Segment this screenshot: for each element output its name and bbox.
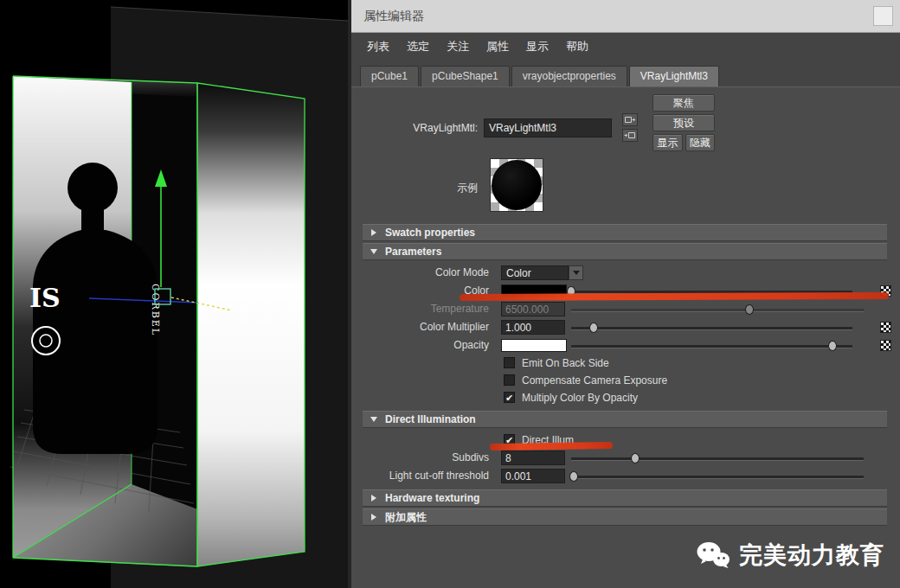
slider-handle[interactable]: [569, 471, 578, 482]
menu-item-selected[interactable]: 选定: [398, 35, 438, 58]
panel-title: 属性编辑器: [363, 9, 873, 24]
material-sample-swatch[interactable]: [490, 158, 543, 212]
watermark: 完美动力教育: [696, 540, 884, 571]
sample-row: 示例: [351, 158, 900, 214]
compensate-camera-exposure-label: Compensate Camera Exposure: [522, 374, 667, 387]
slider-handle[interactable]: [589, 323, 598, 333]
color-mode-row: Color Mode Color: [363, 264, 887, 282]
light-cutoff-label: Light cut-off threshold: [363, 470, 495, 482]
watermark-text: 完美动力教育: [739, 540, 884, 571]
subdivs-label: Subdivs: [363, 451, 495, 463]
menu-item-help[interactable]: 帮助: [557, 35, 597, 58]
sections: Swatch properties Parameters Color Mode …: [363, 224, 887, 526]
bottle-label-text: IS: [29, 283, 61, 313]
emit-on-back-side-row: Emit On Back Side: [363, 355, 887, 372]
texture-map-icon[interactable]: [880, 322, 891, 333]
section-title: 附加属性: [385, 510, 427, 525]
viewport-scene: IS CORBEL: [0, 0, 348, 588]
light-cutoff-slider[interactable]: [571, 476, 864, 478]
color-mode-dropdown[interactable]: Color: [501, 265, 583, 280]
expand-arrow-icon[interactable]: [363, 514, 385, 521]
collapse-arrow-icon[interactable]: [363, 249, 385, 254]
section-extra-attributes[interactable]: 附加属性: [363, 508, 887, 526]
multiply-color-by-opacity-row: ✔ Multiply Color By Opacity: [363, 389, 887, 406]
section-title: Hardware texturing: [385, 492, 479, 504]
tab-vraylightmtl3[interactable]: VRayLightMtl3: [629, 66, 719, 86]
texture-map-icon[interactable]: [880, 340, 891, 351]
color-multiplier-label: Color Multiplier: [363, 321, 495, 333]
subdivs-slider[interactable]: [571, 457, 864, 460]
slider-handle[interactable]: [567, 286, 575, 297]
menu-item-show[interactable]: 显示: [518, 35, 557, 58]
panel-titlebar: 属性编辑器: [351, 0, 900, 33]
color-mode-label: Color Mode: [363, 266, 495, 278]
hide-button[interactable]: 隐藏: [685, 134, 716, 151]
menu-item-attributes[interactable]: 属性: [478, 35, 518, 58]
color-label: Color: [363, 284, 495, 297]
compensate-camera-exposure-checkbox[interactable]: [504, 374, 515, 386]
presets-button[interactable]: 预设: [652, 114, 715, 131]
output-connections-icon[interactable]: [622, 129, 638, 142]
subdivs-row: Subdivs: [363, 449, 887, 467]
material-header: VRayLightMtl: 聚焦 预设 显示: [351, 89, 900, 158]
temperature-label: Temperature: [363, 303, 495, 315]
direct-illumination-body: ✔ Direct Illum Subdivs Light cut-off thr…: [363, 430, 887, 489]
color-swatch[interactable]: [501, 284, 567, 297]
section-swatch-properties[interactable]: Swatch properties: [363, 224, 887, 241]
menubar: 列表 选定 关注 属性 显示 帮助: [351, 33, 900, 61]
sample-label: 示例: [351, 181, 484, 195]
temperature-slider: [571, 309, 864, 311]
section-direct-illumination[interactable]: Direct Illumination: [363, 411, 887, 428]
subdivs-field[interactable]: [501, 451, 565, 465]
header-buttons: 聚焦 预设 显示 隐藏: [652, 94, 715, 151]
attribute-editor-content: VRayLightMtl: 聚焦 预设 显示: [351, 86, 900, 588]
slider-handle[interactable]: [631, 453, 640, 463]
direct-illum-checkbox[interactable]: ✔: [504, 434, 515, 445]
opacity-slider[interactable]: [571, 345, 852, 348]
tabbar: pCube1 pCubeShape1 vrayobjectproperties …: [351, 61, 900, 86]
show-button[interactable]: 显示: [652, 134, 683, 151]
multiply-color-by-opacity-checkbox[interactable]: ✔: [504, 392, 515, 403]
color-slider[interactable]: [571, 291, 852, 293]
section-title: Parameters: [385, 246, 441, 258]
opacity-label: Opacity: [363, 339, 495, 351]
expand-arrow-icon[interactable]: [363, 495, 385, 502]
light-cutoff-row: Light cut-off threshold: [363, 467, 887, 485]
box-right-wall: [197, 83, 305, 566]
3d-viewport[interactable]: IS CORBEL: [0, 0, 348, 588]
tab-vrayobjectproperties[interactable]: vrayobjectproperties: [511, 66, 627, 86]
material-type-label: VRayLightMtl:: [351, 122, 484, 134]
emit-on-back-side-checkbox[interactable]: [504, 357, 515, 368]
tab-pcube1[interactable]: pCube1: [360, 66, 419, 86]
direct-illum-row: ✔ Direct Illum: [363, 431, 887, 449]
panel-menu-button[interactable]: [873, 6, 893, 26]
tab-pcubeshape1[interactable]: pCubeShape1: [421, 66, 510, 86]
section-hardware-texturing[interactable]: Hardware texturing: [363, 489, 887, 507]
color-mode-value: Color: [501, 265, 569, 280]
section-title: Swatch properties: [385, 227, 475, 239]
menu-item-focus[interactable]: 关注: [438, 35, 478, 58]
parameters-body: Color Mode Color Color: [363, 262, 887, 411]
focus-button[interactable]: 聚焦: [652, 94, 715, 112]
expand-arrow-icon[interactable]: [363, 229, 385, 236]
temperature-row: Temperature: [363, 300, 887, 318]
opacity-row: Opacity: [363, 336, 887, 355]
material-name-field[interactable]: [484, 118, 612, 137]
texture-map-icon[interactable]: [880, 285, 891, 297]
emit-on-back-side-label: Emit On Back Side: [522, 357, 609, 369]
color-row: Color: [363, 282, 887, 300]
color-multiplier-row: Color Multiplier: [363, 318, 887, 336]
slider-handle[interactable]: [828, 341, 837, 351]
attribute-editor-panel: 属性编辑器 列表 选定 关注 属性 显示 帮助 pCube1 pCubeShap…: [348, 0, 900, 588]
menu-item-list[interactable]: 列表: [358, 35, 398, 58]
color-multiplier-slider[interactable]: [571, 327, 852, 329]
color-multiplier-field[interactable]: [501, 320, 565, 335]
input-connections-icon[interactable]: [622, 113, 638, 126]
material-sample-sphere: [492, 160, 542, 210]
light-cutoff-field[interactable]: [501, 469, 565, 483]
section-parameters[interactable]: Parameters: [363, 243, 887, 260]
compensate-camera-exposure-row: Compensate Camera Exposure: [363, 372, 887, 389]
collapse-arrow-icon[interactable]: [363, 417, 385, 422]
opacity-swatch[interactable]: [501, 339, 567, 352]
chevron-down-icon[interactable]: [569, 265, 583, 280]
